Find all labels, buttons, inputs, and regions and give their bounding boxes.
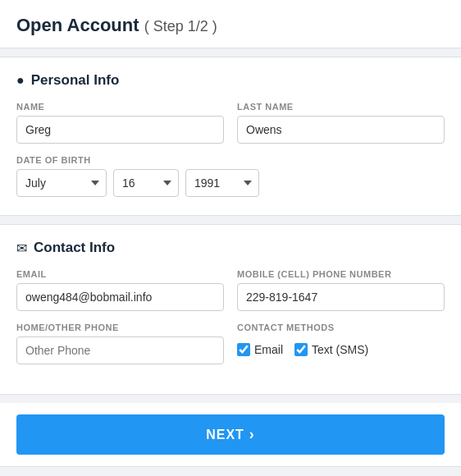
last-name-label: LAST NAME (237, 102, 445, 112)
title-text: Open Account (16, 15, 139, 35)
dob-group: DATE OF BIRTH January February March Apr… (16, 155, 445, 197)
email-checkbox-item[interactable]: Email (237, 343, 283, 356)
contact-methods-row: Email Text (SMS) (237, 343, 445, 356)
email-phone-row: EMAIL MOBILE (CELL) PHONE NUMBER (16, 269, 445, 311)
last-name-group: LAST NAME (237, 102, 445, 144)
email-check-label: Email (254, 343, 283, 356)
text-checkbox-item[interactable]: Text (SMS) (294, 343, 368, 356)
email-group: EMAIL (16, 269, 224, 311)
personal-info-title: Personal Info (31, 72, 120, 89)
dob-day-select[interactable]: 12345 678910 1112131415 1617181920 21222… (113, 169, 179, 197)
personal-info-header: ● Personal Info (16, 72, 445, 89)
email-checkbox[interactable] (237, 343, 250, 356)
dob-label: DATE OF BIRTH (16, 155, 445, 165)
name-input[interactable] (16, 116, 224, 144)
next-button-label: NEXT (206, 428, 244, 442)
mobile-input[interactable] (237, 283, 445, 311)
text-checkbox[interactable] (294, 343, 308, 356)
contact-info-title: Contact Info (34, 240, 115, 256)
text-check-label: Text (SMS) (312, 343, 368, 356)
person-icon: ● (16, 73, 25, 88)
mobile-label: MOBILE (CELL) PHONE NUMBER (237, 269, 445, 279)
mobile-group: MOBILE (CELL) PHONE NUMBER (237, 269, 445, 311)
chevron-right-icon (249, 426, 255, 443)
dob-month-select[interactable]: January February March April May June Ju… (16, 169, 107, 197)
security-bar: 🔒 Your information is safe with us. (0, 466, 461, 476)
page-header: Open Account ( Step 1/2 ) (0, 0, 461, 48)
home-phone-group: HOME/OTHER PHONE (16, 323, 224, 364)
contact-info-header: ✉ Contact Info (16, 240, 445, 256)
email-input[interactable] (16, 283, 224, 311)
name-row: NAME LAST NAME (16, 102, 445, 144)
dob-row: January February March April May June Ju… (16, 169, 445, 197)
next-btn-container: NEXT (0, 403, 461, 466)
contact-methods-group: CONTACT METHODS Email Text (SMS) (237, 323, 445, 364)
last-name-input[interactable] (237, 116, 445, 144)
home-phone-input[interactable] (16, 336, 224, 364)
contact-methods-label: CONTACT METHODS (237, 323, 445, 332)
home-phone-label: HOME/OTHER PHONE (16, 323, 224, 332)
next-button[interactable]: NEXT (16, 414, 445, 455)
email-icon: ✉ (16, 240, 27, 256)
dob-year-select[interactable]: 19891990 1991 1992199319941995 199619971… (185, 169, 259, 197)
personal-info-section: ● Personal Info NAME LAST NAME DATE OF B… (0, 57, 461, 216)
name-label: NAME (16, 102, 224, 112)
step-text: ( Step 1/2 ) (144, 18, 217, 34)
page-title: Open Account ( Step 1/2 ) (16, 15, 217, 35)
contact-info-section: ✉ Contact Info EMAIL MOBILE (CELL) PHONE… (0, 224, 461, 395)
home-phone-methods-row: HOME/OTHER PHONE CONTACT METHODS Email T… (16, 323, 445, 364)
email-label: EMAIL (16, 269, 224, 279)
name-group: NAME (16, 102, 224, 144)
